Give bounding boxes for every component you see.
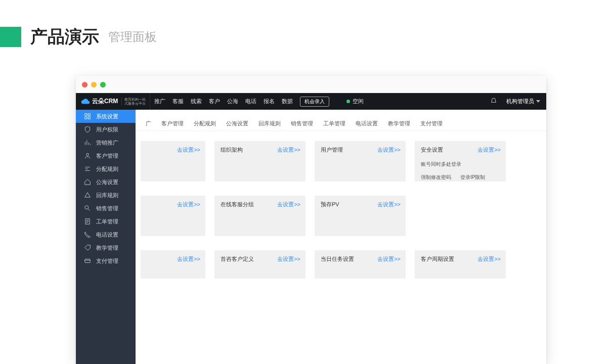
sidebar-label: 教学管理 [96,244,118,252]
user-icon [84,152,91,159]
sub-tab[interactable]: 分配规则 [189,117,221,130]
sidebar-item-permission[interactable]: 用户权限 [76,123,136,136]
sidebar-item-sea[interactable]: 公海设置 [76,175,136,189]
sales-icon [84,205,91,212]
app-window: 云朵CRM 教育机构一站 式服务云平台 推广 客服 线索 客户 公海 电话 报名… [76,76,546,364]
nav-item[interactable]: 报名 [264,98,275,105]
window-maximize-icon[interactable] [100,82,106,87]
card-title: 组织架构 [221,147,243,153]
sub-tab[interactable]: 支付管理 [415,117,448,130]
svg-rect-7 [85,259,91,263]
sidebar-label: 用户权限 [96,126,118,133]
assign-icon [84,165,91,172]
tag-icon [84,244,91,251]
status-idle[interactable]: 空闲 [346,98,364,105]
nav-item[interactable]: 电话 [245,98,256,105]
go-link[interactable]: 去设置>> [277,146,300,154]
sidebar-item-phone[interactable]: 电话设置 [76,228,136,241]
sidebar-label: 支付管理 [96,257,118,265]
sidebar-item-teach[interactable]: 教学管理 [76,241,136,254]
window-minimize-icon[interactable] [91,82,97,87]
sub-tab[interactable]: 回库规则 [253,117,286,130]
sub-tab[interactable]: 广 [141,117,156,130]
sidebar-item-sales[interactable]: 销售管理 [76,202,136,215]
bars-icon [84,139,91,146]
sidebar-item-marketing[interactable]: 营销推广 [76,136,136,149]
system-icon [84,113,91,120]
sub-tabs: 广 客户管理 分配规则 公海设置 回库规则 销售管理 工单管理 电话设置 教学管… [136,110,546,131]
card-item[interactable]: 强制修改密码 [421,174,451,181]
sidebar-item-pay[interactable]: 支付管理 [76,254,136,267]
setting-card: 去设置>> [141,196,205,236]
main-panel: 广 客户管理 分配规则 公海设置 回库规则 销售管理 工单管理 电话设置 教学管… [136,110,546,364]
sidebar-label: 工单管理 [96,218,118,225]
setting-card-security: 安全设置 去设置>> 账号同时多处登录 强制修改密码 登录IP限制 [415,141,506,181]
nav-item[interactable]: 线索 [191,98,202,105]
card-item[interactable]: 账号同时多处登录 [421,161,461,168]
setting-card-service-group: 在线客服分组 去设置>> [214,196,305,236]
sidebar-label: 营销推广 [96,139,118,147]
sidebar-label: 回库规则 [96,192,118,199]
brand-tag1: 教育机构一站 [124,98,146,102]
status-text: 空闲 [353,98,364,105]
chevron-down-icon [536,100,540,103]
sub-tab[interactable]: 公海设置 [221,117,253,130]
sub-tab[interactable]: 销售管理 [286,117,318,130]
go-link[interactable]: 去设置>> [277,255,300,263]
go-link[interactable]: 去设置>> [177,201,200,208]
card-title: 首咨客户定义 [221,256,254,262]
nav-item[interactable]: 客户 [209,98,220,105]
nav-item[interactable]: 推广 [154,98,165,105]
svg-rect-2 [85,117,87,119]
brand-name: 云朵CRM [92,97,118,106]
bell-icon[interactable] [490,98,497,106]
svg-rect-1 [88,114,90,116]
status-dot-icon [346,100,350,103]
window-close-icon[interactable] [82,82,88,87]
svg-rect-0 [85,114,87,116]
card-title: 当日任务设置 [321,256,354,262]
card-title: 安全设置 [421,147,443,153]
pay-icon [84,257,91,264]
svg-point-5 [85,206,89,209]
nav-item[interactable]: 公海 [227,98,238,105]
sub-tab[interactable]: 工单管理 [318,117,351,130]
go-link[interactable]: 去设置>> [377,146,401,154]
card-title: 用户管理 [321,147,343,153]
sidebar-item-system[interactable]: 系统设置 [76,110,136,123]
nav-item[interactable]: 数据 [282,98,293,105]
go-link[interactable]: 去设置>> [477,255,501,263]
svg-rect-3 [88,117,90,119]
record-button[interactable]: 机会录入 [300,97,329,107]
sheet-icon [84,218,91,225]
user-role-menu[interactable]: 机构管理员 [506,98,540,105]
sub-tab[interactable]: 电话设置 [351,117,383,130]
sidebar-item-customer[interactable]: 客户管理 [76,149,136,162]
setting-card: 去设置>> [141,250,205,279]
return-icon [84,192,91,199]
top-bar: 云朵CRM 教育机构一站 式服务云平台 推广 客服 线索 客户 公海 电话 报名… [76,93,546,110]
sub-tab[interactable]: 客户管理 [156,117,189,130]
home-icon [84,178,91,186]
sidebar-item-assign[interactable]: 分配规则 [76,162,136,175]
sidebar-label: 电话设置 [96,231,118,239]
nav-item[interactable]: 客服 [172,98,184,105]
sidebar-item-ticket[interactable]: 工单管理 [76,215,136,228]
go-link[interactable]: 去设置>> [177,146,200,154]
sidebar-item-return[interactable]: 回库规则 [76,189,136,202]
go-link[interactable]: 去设置>> [477,146,501,154]
go-link[interactable]: 去设置>> [377,201,401,208]
slide-header: 产品演示 管理面板 [0,0,612,49]
go-link[interactable]: 去设置>> [377,255,401,263]
go-link[interactable]: 去设置>> [277,201,300,208]
brand-logo[interactable]: 云朵CRM 教育机构一站 式服务云平台 [81,93,150,110]
slide-subtitle: 管理面板 [108,29,157,45]
accent-bar [0,27,21,47]
setting-card-org: 组织架构 去设置>> [214,141,305,181]
card-item[interactable]: 登录IP限制 [460,174,485,181]
phone-icon [84,231,91,238]
top-nav: 推广 客服 线索 客户 公海 电话 报名 数据 [154,98,293,105]
sub-tab[interactable]: 教学管理 [383,117,415,130]
setting-card: 去设置>> [141,141,205,181]
go-link[interactable]: 去设置>> [177,255,200,263]
